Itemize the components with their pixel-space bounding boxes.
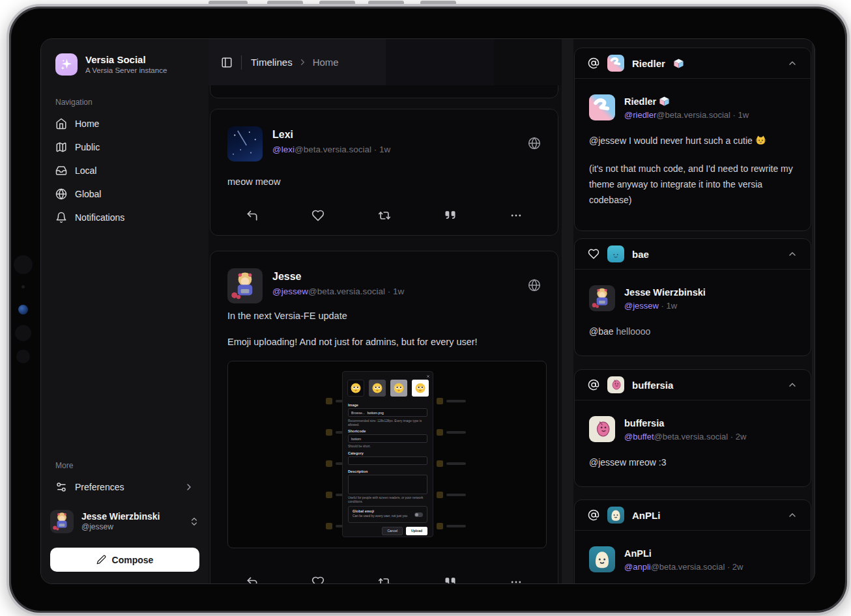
current-user-handle: @jessew xyxy=(81,522,160,532)
breadcrumb-timelines[interactable]: Timelines xyxy=(251,57,293,68)
quote-button[interactable] xyxy=(444,576,457,583)
notification-author[interactable]: AnPLi xyxy=(624,548,743,559)
chevron-up-icon[interactable] xyxy=(787,249,798,259)
emoji-upload-dialog: Image Browse... bottom.png Recommended s… xyxy=(342,371,433,537)
avatar[interactable] xyxy=(227,268,263,303)
notification-header[interactable]: buffersia xyxy=(575,370,811,400)
notification-body: Riedler @riedler@beta.versia.social · 1w… xyxy=(575,79,811,208)
notification-header[interactable]: bae xyxy=(575,239,811,270)
notification-handle-domain: · 1w xyxy=(659,301,677,311)
notification-title: AnPLi xyxy=(632,510,660,521)
attachment-bg-row xyxy=(437,492,466,498)
sidebar-item-home[interactable]: Home xyxy=(49,112,201,135)
post-text: meow meow xyxy=(227,175,541,189)
tablet-camera xyxy=(16,350,30,363)
sidebar-item-preferences[interactable]: Preferences xyxy=(49,477,201,497)
avatar[interactable] xyxy=(589,94,615,120)
like-button[interactable] xyxy=(311,576,325,583)
at-sign-icon xyxy=(588,509,599,521)
bell-icon xyxy=(55,212,67,223)
sidebar-item-global[interactable]: Global xyxy=(49,182,201,206)
notification-handle[interactable]: @riedler xyxy=(624,110,656,120)
avatar[interactable] xyxy=(589,416,615,442)
post-attachment-image[interactable]: Image Browse... bottom.png Recommended s… xyxy=(227,361,547,548)
global-emoji-hint: Can be used by every user, not just you xyxy=(353,514,423,518)
quote-button[interactable] xyxy=(444,209,457,222)
compose-button[interactable]: Compose xyxy=(50,548,199,572)
instance-subtitle: A Versia Server instance xyxy=(85,66,167,76)
post-handle[interactable]: @jessew xyxy=(272,287,308,296)
tablet-camera xyxy=(15,325,31,341)
notification-text: @bae helloooo xyxy=(589,324,796,339)
notification-handle[interactable]: @buffet xyxy=(624,432,654,441)
reply-button[interactable] xyxy=(246,209,259,222)
more-button[interactable] xyxy=(510,209,523,222)
sidebar-item-label: Notifications xyxy=(75,212,124,223)
sidebar-nav: Home Public Local Global xyxy=(49,112,201,229)
post-author[interactable]: Jesse xyxy=(272,270,404,283)
versia-logo-icon xyxy=(55,53,78,76)
account-switcher[interactable]: Jesse Wierzbinski @jessew xyxy=(50,508,199,535)
chevron-up-icon[interactable] xyxy=(787,58,798,68)
notification-text: @jessew mreow :3 xyxy=(589,455,796,470)
sidebar-item-notifications[interactable]: Notifications xyxy=(49,206,201,229)
post-handle-domain: @beta.versia.social · 1w xyxy=(308,287,404,296)
pencil-icon xyxy=(96,555,106,565)
shortcode-input: bottom xyxy=(348,434,427,443)
sidebar-item-label: Local xyxy=(75,165,96,176)
attachment-bg-row xyxy=(437,398,466,404)
shortcode-field-label: Shortcode xyxy=(348,429,366,433)
notification-author[interactable]: Riedler xyxy=(624,96,656,107)
reply-button[interactable] xyxy=(246,576,259,583)
notification-card-like: bae Jesse Wierzbinski @jessew · 1w xyxy=(574,238,811,356)
avatar[interactable] xyxy=(589,546,615,572)
sidebar-item-local[interactable]: Local xyxy=(49,159,201,182)
sidebar: Versia Social A Versia Server instance N… xyxy=(41,39,209,583)
upload-button: Upload xyxy=(406,527,427,535)
like-button[interactable] xyxy=(311,209,325,222)
page-background: Versia Social A Versia Server instance N… xyxy=(0,0,851,616)
sidebar-toggle-button[interactable] xyxy=(219,55,235,70)
post-actions xyxy=(227,209,541,222)
sidebar-item-public[interactable]: Public xyxy=(49,135,201,159)
close-icon xyxy=(426,374,430,378)
navigation-section-label: Navigation xyxy=(55,98,93,107)
notifications-column: Riedler Riedler @riedler@beta.versia.soc… xyxy=(573,39,812,583)
description-field-label: Description xyxy=(348,469,368,473)
repost-button[interactable] xyxy=(378,209,391,222)
home-icon xyxy=(55,118,67,130)
repost-button[interactable] xyxy=(378,576,391,583)
notification-author[interactable]: Jesse Wierzbinski xyxy=(624,287,706,298)
trans-cube-emoji-icon xyxy=(659,96,670,107)
chevron-right-icon xyxy=(298,57,308,67)
chevron-up-icon[interactable] xyxy=(787,510,798,520)
post-handle[interactable]: @lexi xyxy=(272,145,295,154)
cat-emoji-icon xyxy=(755,134,767,147)
notification-handle[interactable]: @anpli xyxy=(624,562,651,572)
notification-header[interactable]: AnPLi xyxy=(575,500,811,531)
notification-body: buffersia @buffet@beta.versia.social · 2… xyxy=(575,400,811,470)
at-sign-icon xyxy=(588,379,599,391)
notification-title: Riedler xyxy=(632,58,665,69)
notification-title: bae xyxy=(632,249,649,260)
avatar xyxy=(607,55,624,72)
globe-icon xyxy=(55,188,67,200)
post-text: Emoji uploading! And not just for admins… xyxy=(227,335,541,349)
post-card[interactable]: Lexi @lexi@beta.versia.social · 1w meow … xyxy=(210,109,558,236)
notification-author[interactable]: buffersia xyxy=(624,417,746,429)
instance-brand[interactable]: Versia Social A Versia Server instance xyxy=(55,53,167,76)
breadcrumb-home[interactable]: Home xyxy=(313,57,339,68)
chevron-up-icon[interactable] xyxy=(787,380,798,390)
sidebar-item-label: Global xyxy=(75,189,101,199)
post-card[interactable]: Jesse @jessew@beta.versia.social · 1w In… xyxy=(210,251,558,583)
avatar[interactable] xyxy=(227,126,263,161)
more-button[interactable] xyxy=(510,576,523,583)
avatar[interactable] xyxy=(589,285,615,311)
filename-label: bottom.png xyxy=(368,411,384,415)
notification-handle[interactable]: @jessew xyxy=(624,301,659,311)
pleading-emoji-icon xyxy=(390,380,407,397)
cancel-button: Cancel xyxy=(382,527,403,535)
notification-handle-domain: @beta.versia.social · 2w xyxy=(654,432,747,441)
post-author[interactable]: Lexi xyxy=(272,128,390,141)
notification-header[interactable]: Riedler xyxy=(575,48,811,79)
